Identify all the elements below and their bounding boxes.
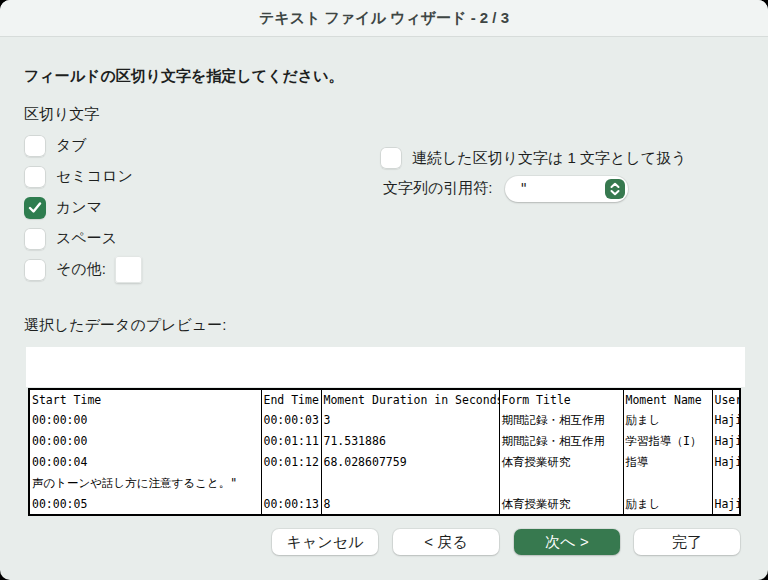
table-cell bbox=[321, 473, 499, 494]
table-cell bbox=[261, 473, 321, 494]
delimiter-option[interactable]: セミコロン bbox=[24, 161, 142, 192]
consecutive-delimiters-label: 連続した区切り文字は 1 文字として扱う bbox=[412, 149, 687, 168]
table-cell: Haji bbox=[712, 410, 740, 431]
table-header-cell: End Time bbox=[261, 389, 321, 410]
delimiter-option-label: スペース bbox=[56, 229, 117, 248]
text-qualifier-value: " bbox=[520, 180, 528, 196]
delimiter-option[interactable]: タブ bbox=[24, 130, 142, 161]
table-header-cell: Form Title bbox=[499, 389, 623, 410]
table-cell: 71.531886 bbox=[321, 431, 499, 452]
next-button[interactable]: 次へ > bbox=[514, 529, 620, 555]
back-button[interactable]: < 戻る bbox=[393, 529, 499, 555]
table-cell: 00:01:11 bbox=[261, 431, 321, 452]
delimiter-option[interactable]: カンマ bbox=[24, 192, 142, 223]
chevron-up-down-icon[interactable] bbox=[605, 179, 625, 199]
table-cell: Haji bbox=[712, 431, 740, 452]
table-row: 00:00:0000:00:033期間記録・相互作用励ましHaji bbox=[29, 410, 740, 431]
table-cell: 00:00:00 bbox=[29, 410, 261, 431]
checkbox-checked[interactable] bbox=[24, 197, 46, 219]
delimiter-option[interactable]: その他: bbox=[24, 254, 142, 285]
preview-table: Start TimeEnd TimeMoment Duration in Sec… bbox=[28, 388, 741, 516]
delimiter-options: タブセミコロンカンマスペースその他: bbox=[24, 130, 142, 285]
checkmark-icon bbox=[28, 202, 42, 214]
text-qualifier-label: 文字列の引用符: bbox=[383, 179, 493, 198]
checkbox-unchecked[interactable] bbox=[24, 259, 46, 281]
preview-empty-strip bbox=[26, 347, 745, 387]
delimiter-option-label: タブ bbox=[56, 136, 87, 155]
table-row: 00:00:0400:01:1268.028607759体育授業研究指導Haji bbox=[29, 452, 740, 473]
table-cell: 学習指導（I） bbox=[623, 431, 712, 452]
checkbox-unchecked[interactable] bbox=[24, 166, 46, 188]
delimiter-option-label: その他: bbox=[56, 260, 106, 279]
table-cell: 励まし bbox=[623, 494, 712, 515]
checkbox-unchecked[interactable] bbox=[24, 135, 46, 157]
table-cell: 指導 bbox=[623, 452, 712, 473]
other-delimiter-input[interactable] bbox=[115, 256, 142, 283]
finish-button[interactable]: 完了 bbox=[634, 529, 740, 555]
delimiter-option-label: セミコロン bbox=[56, 167, 133, 186]
table-header-cell: User bbox=[712, 389, 740, 410]
cancel-button[interactable]: キャンセル bbox=[272, 529, 378, 555]
table-cell: 期間記録・相互作用 bbox=[499, 410, 623, 431]
table-cell: 3 bbox=[321, 410, 499, 431]
table-cell: 00:00:03 bbox=[261, 410, 321, 431]
dialog-title: テキスト ファイル ウィザード - 2 / 3 bbox=[259, 9, 509, 28]
table-header-cell: Moment Name bbox=[623, 389, 712, 410]
table-header-cell: Start Time bbox=[29, 389, 261, 410]
table-cell: 期間記録・相互作用 bbox=[499, 431, 623, 452]
table-cell: 体育授業研究 bbox=[499, 452, 623, 473]
table-cell: 68.028607759 bbox=[321, 452, 499, 473]
table-cell: 00:00:13 bbox=[261, 494, 321, 515]
table-cell: 00:01:12 bbox=[261, 452, 321, 473]
preview-section-label: 選択したデータのプレビュー: bbox=[24, 316, 226, 335]
table-cell: 励まし bbox=[623, 410, 712, 431]
table-header-row: Start TimeEnd TimeMoment Duration in Sec… bbox=[29, 389, 740, 410]
table-cell: 体育授業研究 bbox=[499, 494, 623, 515]
table-row: 00:00:0500:00:138体育授業研究励ましHaji bbox=[29, 494, 740, 515]
consecutive-delimiters-option[interactable]: 連続した区切り文字は 1 文字として扱う bbox=[380, 147, 687, 169]
text-qualifier-row: 文字列の引用符: " bbox=[383, 175, 628, 202]
delimiter-option-label: カンマ bbox=[56, 198, 102, 217]
instruction-text: フィールドの区切り文字を指定してください。 bbox=[24, 67, 344, 86]
table-cell bbox=[499, 473, 623, 494]
table-header-cell: Moment Duration in Seconds bbox=[321, 389, 499, 410]
text-qualifier-dropdown[interactable]: " bbox=[505, 176, 628, 202]
checkbox-consecutive-delimiters[interactable] bbox=[380, 147, 402, 169]
dialog-titlebar: テキスト ファイル ウィザード - 2 / 3 bbox=[0, 0, 768, 37]
table-cell: 8 bbox=[321, 494, 499, 515]
delimiter-section-label: 区切り文字 bbox=[24, 105, 99, 124]
table-row: 声のトーンや話し方に注意すること。" bbox=[29, 473, 740, 494]
table-cell: 00:00:04 bbox=[29, 452, 261, 473]
checkbox-unchecked[interactable] bbox=[24, 228, 46, 250]
table-cell: Haji bbox=[712, 494, 740, 515]
table-cell: 00:00:05 bbox=[29, 494, 261, 515]
table-cell: Haji bbox=[712, 452, 740, 473]
delimiter-option[interactable]: スペース bbox=[24, 223, 142, 254]
text-file-wizard-dialog: テキスト ファイル ウィザード - 2 / 3 フィールドの区切り文字を指定して… bbox=[0, 0, 768, 580]
table-cell bbox=[623, 473, 712, 494]
preview-table-body: Start TimeEnd TimeMoment Duration in Sec… bbox=[29, 389, 740, 515]
table-cell: 00:00:00 bbox=[29, 431, 261, 452]
data-preview-table: Start TimeEnd TimeMoment Duration in Sec… bbox=[28, 388, 741, 516]
table-row: 00:00:0000:01:1171.531886期間記録・相互作用学習指導（I… bbox=[29, 431, 740, 452]
table-cell bbox=[712, 473, 740, 494]
table-cell: 声のトーンや話し方に注意すること。" bbox=[29, 473, 261, 494]
